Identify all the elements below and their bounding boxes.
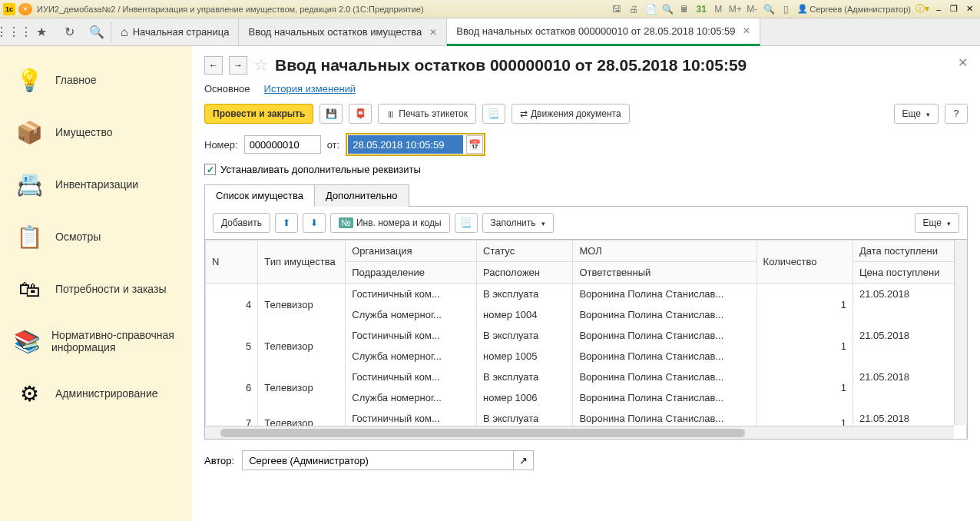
post-doc-button[interactable]: 📮 — [349, 104, 372, 124]
app-menu-dropdown[interactable]: ▾ — [18, 3, 32, 15]
col-price[interactable]: Цена поступлени — [853, 262, 966, 284]
report-button[interactable]: 📃 — [482, 104, 505, 124]
post-and-close-button[interactable]: Провести и закрыть — [204, 104, 313, 124]
list-view-button[interactable]: 📃 — [455, 213, 478, 233]
logo-1c-icon: 1c — [3, 3, 15, 15]
move-up-button[interactable]: ⬆ — [275, 213, 298, 233]
author-input[interactable] — [243, 451, 513, 470]
table-row[interactable]: 6ТелевизорГостиничный ком...В эксплуатаВ… — [206, 367, 967, 387]
help-button[interactable]: ? — [945, 104, 968, 124]
grid-tab-list[interactable]: Список имущества — [204, 184, 315, 207]
col-org[interactable]: Организация — [346, 241, 477, 262]
history-icon[interactable]: ↻ — [55, 18, 83, 46]
grid-tab-extra[interactable]: Дополнительно — [314, 184, 409, 207]
doc-icon[interactable]: 📄 — [643, 2, 658, 17]
btn-label: Еще — [923, 217, 942, 228]
btn-label: Инв. номера и коды — [356, 217, 442, 228]
col-status-sub[interactable]: Расположен — [477, 262, 573, 284]
nav-forward-button[interactable]: → — [229, 56, 247, 75]
titlebar: 1c ▾ ИУИ2_демобаза№2 / Инвентаризация и … — [0, 0, 980, 18]
main-content: ← → ☆ Ввод начальных остатков 000000010 … — [192, 46, 980, 521]
bag-icon: 🛍 — [14, 274, 45, 304]
table-row[interactable]: 5ТелевизорГостиничный ком...В эксплуатаВ… — [206, 325, 967, 346]
user-name: Сергеев (Администратор) — [809, 5, 911, 14]
doc-movements-button[interactable]: ⇄Движения документа — [512, 104, 630, 124]
tab-input-balances[interactable]: Ввод начальных остатков имущества ✕ — [239, 18, 447, 46]
save-icon[interactable]: 🖫 — [609, 2, 624, 17]
horizontal-scrollbar[interactable] — [205, 426, 954, 439]
tab-document-active[interactable]: Ввод начальных остатков 000000010 от 28.… — [447, 18, 760, 46]
sidebar-item-inventory[interactable]: 📇Инвентаризации — [0, 158, 192, 211]
compare-icon[interactable]: 🔍 — [660, 2, 675, 17]
tab-label: Ввод начальных остатков имущества — [248, 26, 422, 38]
close-page-button[interactable]: ✕ — [958, 55, 968, 70]
sidebar-label: Имущество — [55, 126, 112, 138]
panel-icon[interactable]: ▯ — [778, 2, 793, 17]
m-icon[interactable]: M — [710, 2, 726, 17]
col-mol[interactable]: МОЛ — [573, 241, 757, 262]
tab-home[interactable]: Начальная страница — [111, 18, 239, 46]
set-extra-label: Устанавливать дополнительные реквизиты — [220, 164, 421, 175]
cards-icon: 📇 — [14, 169, 45, 200]
sidebar-item-reference[interactable]: 📚Нормативно-справочная информация — [0, 315, 192, 367]
vertical-scrollbar[interactable] — [954, 240, 967, 425]
page-tab-main[interactable]: Основное — [204, 83, 250, 95]
clipboard-icon: 📋 — [14, 221, 45, 252]
tabstrip: ⋮⋮⋮ ★ ↻ 🔍 Начальная страница Ввод началь… — [0, 18, 980, 46]
calendar-picker-icon[interactable]: 📅 — [466, 135, 483, 154]
minimize-button[interactable]: – — [931, 5, 946, 14]
close-icon[interactable]: ✕ — [743, 25, 750, 36]
add-row-button[interactable]: Добавить — [213, 213, 270, 233]
col-status[interactable]: Статус — [477, 241, 573, 262]
sidebar-item-orders[interactable]: 🛍Потребности и заказы — [0, 263, 192, 315]
col-type[interactable]: Тип имущества — [258, 241, 346, 284]
date-input[interactable] — [348, 135, 463, 154]
star-icon[interactable]: ☆ — [253, 55, 269, 75]
calc-icon[interactable]: 🖩 — [677, 2, 692, 17]
save-doc-button[interactable]: 💾 — [319, 104, 343, 124]
nav-back-button[interactable]: ← — [204, 56, 223, 75]
open-author-icon[interactable]: ↗ — [513, 451, 533, 470]
m-minus-icon[interactable]: M- — [744, 2, 760, 17]
set-extra-checkbox[interactable]: ✓ — [204, 164, 216, 175]
col-n[interactable]: N — [206, 241, 258, 284]
fill-button[interactable]: Заполнить — [482, 213, 554, 233]
maximize-button[interactable]: ❐ — [946, 4, 962, 14]
search-tab-icon[interactable]: 🔍 — [83, 18, 111, 46]
tab-label: Ввод начальных остатков 000000010 от 28.… — [456, 25, 735, 37]
inv-numbers-button[interactable]: №Инв. номера и коды — [330, 213, 450, 233]
property-grid: N Тип имущества Организация Статус МОЛ К… — [204, 240, 968, 440]
number-input[interactable] — [244, 135, 321, 154]
close-window-button[interactable]: ✕ — [962, 4, 977, 14]
m-plus-icon[interactable]: M+ — [727, 2, 743, 17]
print-icon[interactable]: 🖨 — [626, 2, 641, 17]
grid-more-button[interactable]: Еще — [915, 213, 959, 233]
calendar-icon[interactable]: 31 — [694, 2, 709, 17]
print-labels-button[interactable]: ⫼Печать этикеток — [378, 104, 476, 124]
page-tab-history[interactable]: История изменений — [264, 83, 356, 95]
sidebar-item-admin[interactable]: ⚙Администрирование — [0, 367, 192, 420]
window-title: ИУИ2_демобаза№2 / Инвентаризация и управ… — [37, 5, 424, 14]
sidebar: 💡Главное 📦Имущество 📇Инвентаризации 📋Осм… — [0, 46, 192, 521]
more-button[interactable]: Еще — [894, 104, 939, 124]
close-icon[interactable]: ✕ — [429, 27, 437, 38]
sidebar-item-main[interactable]: 💡Главное — [0, 54, 192, 106]
favorite-icon[interactable]: ★ — [28, 18, 55, 46]
books-icon: 📚 — [14, 326, 41, 357]
user-menu[interactable]: 👤 Сергеев (Администратор) — [797, 4, 911, 14]
col-qty[interactable]: Количество — [757, 241, 853, 284]
apps-icon[interactable]: ⋮⋮⋮ — [0, 18, 28, 46]
info-icon[interactable]: ⓘ▾ — [915, 2, 930, 17]
sidebar-item-property[interactable]: 📦Имущество — [0, 106, 192, 158]
sidebar-item-inspections[interactable]: 📋Осмотры — [0, 211, 192, 263]
zoom-icon[interactable]: 🔍 — [761, 2, 776, 17]
table-row[interactable]: 4ТелевизорГостиничный ком...В эксплуатаВ… — [206, 284, 967, 305]
col-date[interactable]: Дата поступлени — [853, 241, 966, 262]
move-down-button[interactable]: ⬇ — [303, 213, 326, 233]
btn-label: Еще — [902, 108, 921, 119]
sidebar-label: Главное — [55, 74, 97, 86]
gear-icon: ⚙ — [14, 378, 45, 409]
col-mol-sub[interactable]: Ответственный — [573, 262, 757, 284]
sidebar-label: Администрирование — [55, 387, 158, 400]
col-org-sub[interactable]: Подразделение — [346, 262, 477, 284]
